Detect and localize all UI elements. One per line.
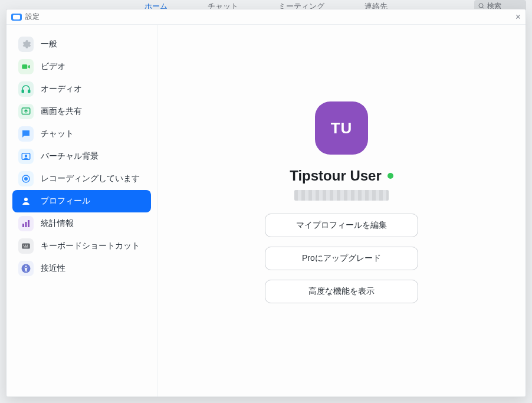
- accessibility-icon: [18, 261, 34, 276]
- gear-icon: [18, 37, 34, 52]
- sidebar-item-general[interactable]: 一般: [12, 33, 151, 55]
- avatar[interactable]: TU: [315, 101, 368, 155]
- svg-rect-13: [28, 220, 29, 227]
- close-icon[interactable]: ×: [515, 12, 521, 22]
- edit-profile-button[interactable]: マイプロフィールを編集: [265, 214, 418, 237]
- sidebar-item-label: 一般: [41, 39, 57, 50]
- sidebar-item-label: キーボードショートカット: [41, 241, 140, 251]
- profile-icon: [18, 194, 34, 209]
- window-title: 設定: [25, 12, 40, 22]
- statistics-icon: [18, 216, 34, 231]
- sidebar-item-label: プロフィール: [41, 196, 90, 207]
- titlebar: 設定 ×: [6, 9, 526, 25]
- settings-sidebar: 一般 ビデオ オーディオ 画面を共有: [6, 25, 157, 397]
- presence-indicator-icon: [387, 173, 393, 179]
- keyboard-icon: [18, 238, 34, 254]
- svg-rect-16: [25, 245, 27, 246]
- svg-rect-4: [28, 90, 30, 93]
- svg-rect-14: [22, 244, 30, 249]
- svg-point-10: [24, 198, 28, 201]
- svg-point-9: [25, 178, 28, 181]
- sidebar-item-share-screen[interactable]: 画面を共有: [12, 100, 151, 123]
- avatar-initials: TU: [331, 119, 353, 137]
- headphones-icon: [18, 81, 34, 97]
- display-name-row: Tipstour User: [290, 168, 393, 184]
- svg-rect-15: [24, 245, 25, 246]
- sidebar-item-label: チャット: [41, 129, 74, 139]
- sidebar-item-audio[interactable]: オーディオ: [12, 78, 151, 100]
- virtual-background-icon: [18, 149, 34, 164]
- advanced-features-button[interactable]: 高度な機能を表示: [265, 280, 418, 303]
- sidebar-item-label: オーディオ: [41, 84, 82, 94]
- svg-rect-18: [24, 247, 28, 248]
- sidebar-item-label: 統計情報: [41, 218, 74, 229]
- svg-point-20: [25, 266, 27, 267]
- video-icon: [18, 59, 34, 74]
- sidebar-item-virtual-background[interactable]: バーチャル背景: [12, 145, 151, 168]
- svg-rect-12: [25, 222, 27, 227]
- svg-rect-17: [27, 245, 28, 246]
- sidebar-item-statistics[interactable]: 統計情報: [12, 212, 151, 235]
- sidebar-item-label: レコーディングしています: [41, 173, 140, 184]
- share-screen-icon: [18, 104, 34, 119]
- sidebar-item-profile[interactable]: プロフィール: [12, 190, 151, 212]
- sidebar-item-label: 接近性: [41, 263, 65, 274]
- sidebar-item-recording[interactable]: レコーディングしています: [12, 168, 151, 190]
- chat-icon: [18, 126, 34, 142]
- sidebar-item-chat[interactable]: チャット: [12, 123, 151, 145]
- sidebar-item-label: ビデオ: [41, 61, 65, 72]
- svg-point-0: [479, 4, 483, 8]
- sidebar-item-accessibility[interactable]: 接近性: [12, 257, 151, 280]
- profile-panel: TU Tipstour User マイプロフィールを編集 Proにアップグレード…: [157, 25, 526, 397]
- svg-point-7: [25, 155, 27, 157]
- sidebar-item-label: 画面を共有: [41, 106, 82, 117]
- email-redacted: [294, 190, 389, 201]
- svg-rect-3: [22, 90, 24, 93]
- sidebar-item-video[interactable]: ビデオ: [12, 55, 151, 78]
- record-icon: [18, 171, 34, 186]
- svg-rect-11: [22, 224, 24, 227]
- svg-rect-2: [22, 64, 27, 69]
- sidebar-item-keyboard-shortcuts[interactable]: キーボードショートカット: [12, 235, 151, 257]
- sidebar-item-label: バーチャル背景: [41, 151, 98, 162]
- upgrade-pro-button[interactable]: Proにアップグレード: [265, 247, 418, 270]
- app-icon: [11, 14, 22, 21]
- display-name: Tipstour User: [290, 168, 382, 184]
- settings-window: 設定 × 一般 ビデオ オーディオ: [6, 9, 526, 397]
